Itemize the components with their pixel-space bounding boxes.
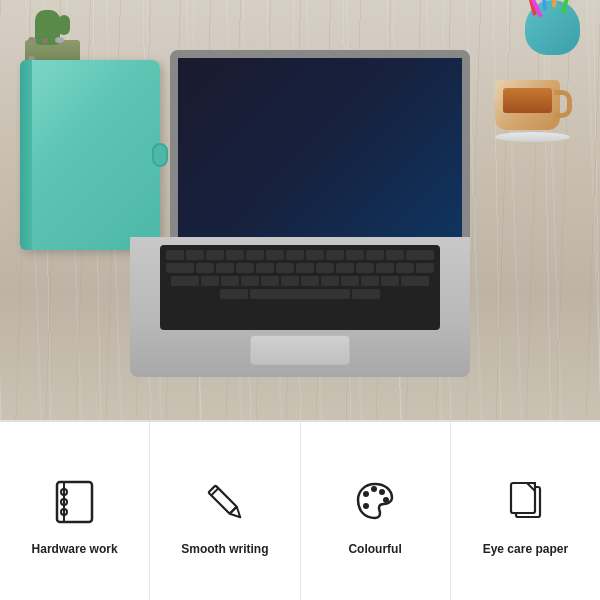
svg-point-9 bbox=[371, 486, 377, 492]
smooth-writing-icon bbox=[192, 469, 257, 534]
main-container: Hardware work Smooth writing bbox=[0, 0, 600, 600]
feature-hardware-work: Hardware work bbox=[0, 422, 150, 600]
smooth-writing-label: Smooth writing bbox=[181, 542, 268, 558]
colourful-label: Colourful bbox=[348, 542, 401, 558]
feature-smooth-writing: Smooth writing bbox=[150, 422, 300, 600]
hardware-work-icon bbox=[42, 469, 107, 534]
pencil-holder bbox=[525, 0, 590, 70]
features-bar: Hardware work Smooth writing bbox=[0, 420, 600, 600]
hardware-work-label: Hardware work bbox=[32, 542, 118, 558]
feature-eye-care-paper: Eye care paper bbox=[451, 422, 600, 600]
svg-point-11 bbox=[383, 497, 389, 503]
svg-rect-5 bbox=[209, 486, 237, 514]
product-image bbox=[0, 0, 600, 420]
colourful-icon bbox=[343, 469, 408, 534]
svg-rect-0 bbox=[57, 482, 92, 522]
eye-care-paper-icon bbox=[493, 469, 558, 534]
laptop bbox=[130, 50, 470, 340]
svg-point-10 bbox=[379, 489, 385, 495]
svg-point-8 bbox=[363, 491, 369, 497]
tea-cup bbox=[495, 80, 570, 145]
svg-marker-6 bbox=[230, 507, 244, 521]
svg-point-12 bbox=[363, 503, 369, 509]
eye-care-paper-label: Eye care paper bbox=[483, 542, 568, 558]
feature-colourful: Colourful bbox=[301, 422, 451, 600]
